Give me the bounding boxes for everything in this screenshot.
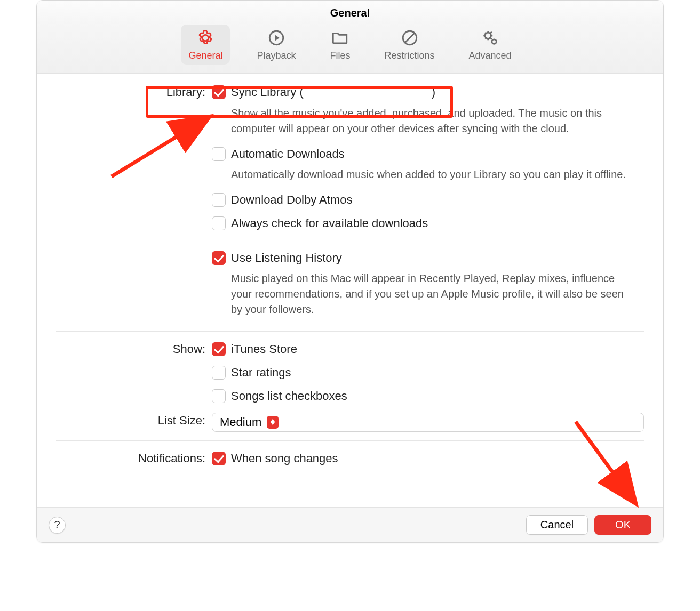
tab-restrictions[interactable]: Restrictions: [377, 25, 442, 65]
notifications-label: Notifications:: [56, 451, 205, 465]
updown-icon: [267, 416, 279, 429]
itunes-store-checkbox[interactable]: [212, 342, 226, 356]
sync-library-checkbox[interactable]: [212, 85, 226, 99]
itunes-store-label: iTunes Store: [231, 341, 297, 357]
separator: [56, 240, 644, 240]
tab-advanced[interactable]: Advanced: [462, 25, 519, 65]
list-size-popup[interactable]: Medium: [212, 413, 644, 432]
library-row: Library: Sync Library () Show all the mu…: [56, 82, 644, 234]
always-check-checkbox[interactable]: [212, 216, 226, 230]
preferences-window: General General Playback Files Restricti…: [36, 0, 664, 543]
listening-row: Use Listening History Music played on th…: [56, 248, 644, 325]
listening-history-checkbox[interactable]: [212, 251, 226, 265]
show-label: Show:: [56, 341, 205, 356]
tab-restrictions-label: Restrictions: [385, 50, 435, 61]
sync-library-label: Sync Library (): [231, 84, 435, 100]
folder-icon: [331, 29, 349, 47]
ok-button[interactable]: OK: [594, 515, 651, 535]
listening-history-desc: Music played on this Mac will appear in …: [231, 271, 637, 317]
play-icon: [267, 29, 285, 47]
svg-point-4: [491, 39, 496, 44]
window-title: General: [37, 1, 663, 21]
svg-line-2: [405, 34, 414, 43]
tab-playback-label: Playback: [257, 50, 296, 61]
nosign-icon: [401, 29, 419, 47]
separator: [56, 331, 644, 332]
redacted-account: [304, 85, 432, 96]
tab-playback[interactable]: Playback: [249, 25, 303, 65]
tab-general[interactable]: General: [181, 25, 230, 65]
notifications-row: Notifications: When song changes: [56, 448, 644, 469]
cancel-button[interactable]: Cancel: [526, 515, 588, 535]
auto-downloads-label: Automatic Downloads: [231, 146, 345, 162]
always-check-label: Always check for available downloads: [231, 215, 428, 231]
dolby-label: Download Dolby Atmos: [231, 192, 352, 208]
tab-general-label: General: [188, 50, 222, 61]
listening-history-label: Use Listening History: [231, 250, 342, 266]
help-button[interactable]: ?: [49, 517, 66, 534]
list-size-value: Medium: [220, 415, 261, 429]
sync-library-desc: Show all the music you've added, purchas…: [231, 106, 637, 136]
library-label: Library:: [56, 84, 205, 99]
preferences-body: Library: Sync Library () Show all the mu…: [37, 74, 663, 509]
tab-advanced-label: Advanced: [469, 50, 512, 61]
preferences-toolbar: General Playback Files Restrictions Adva…: [37, 21, 663, 74]
auto-downloads-checkbox[interactable]: [212, 147, 226, 161]
gears-icon: [481, 29, 499, 47]
song-changes-checkbox[interactable]: [212, 452, 226, 465]
tab-files-label: Files: [330, 50, 350, 61]
songs-list-checkbox[interactable]: [212, 389, 226, 403]
gear-icon: [196, 29, 214, 47]
song-changes-label: When song changes: [231, 451, 338, 467]
star-ratings-checkbox[interactable]: [212, 366, 226, 380]
auto-downloads-desc: Automatically download music when added …: [231, 167, 637, 182]
footer-bar: ? Cancel OK: [37, 507, 663, 542]
show-row: Show: iTunes Store Star ratings Songs li…: [56, 339, 644, 406]
songs-list-label: Songs list checkboxes: [231, 388, 347, 404]
tab-files[interactable]: Files: [322, 25, 357, 65]
dolby-checkbox[interactable]: [212, 193, 226, 207]
separator: [56, 440, 644, 441]
star-ratings-label: Star ratings: [231, 365, 291, 381]
list-size-label: List Size:: [56, 413, 205, 428]
list-size-row: List Size: Medium: [56, 411, 644, 434]
